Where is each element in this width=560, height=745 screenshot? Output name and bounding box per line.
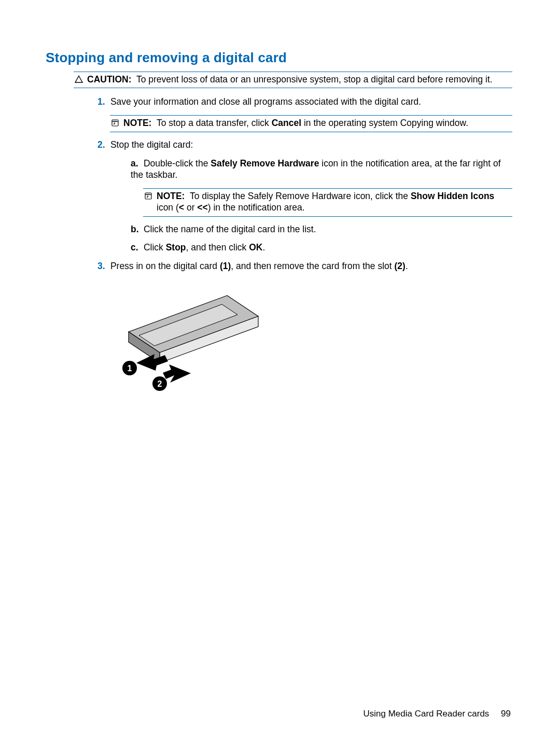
caution-body: CAUTION: To prevent loss of data or an u…: [87, 74, 512, 86]
note-body: NOTE: To display the Safely Remove Hardw…: [157, 191, 512, 214]
note-body: NOTE: To stop a data transfer, click Can…: [123, 118, 468, 129]
note-icon: [143, 191, 153, 200]
caution-label: CAUTION:: [87, 74, 132, 85]
substep-b: b. Click the name of the digital card in…: [131, 224, 512, 235]
substeps-list: a. Double-click the Safely Remove Hardwa…: [131, 158, 512, 254]
caution-callout: CAUTION: To prevent loss of data or an u…: [74, 72, 512, 89]
svg-marker-0: [75, 76, 82, 82]
svg-text:2: 2: [158, 379, 162, 388]
section-heading: Stopping and removing a digital card: [46, 49, 512, 66]
substep-a: a. Double-click the Safely Remove Hardwa…: [131, 158, 512, 217]
page-footer: Using Media Card Reader cards 99: [363, 708, 511, 719]
note-callout-step-1: NOTE: To stop a data transfer, click Can…: [110, 115, 512, 132]
card-removal-illustration: 1 2: [108, 283, 512, 402]
step-2-text: Stop the digital card:: [110, 139, 193, 150]
svg-marker-9: [136, 354, 168, 371]
note-callout-substep-a: NOTE: To display the Safely Remove Hardw…: [143, 188, 512, 217]
step-number: 3.: [97, 261, 108, 272]
substep-c: c. Click Stop, and then click OK.: [131, 242, 512, 254]
step-1-text: Save your information and close all prog…: [110, 96, 421, 107]
svg-marker-12: [163, 364, 191, 383]
steps-list: 1. Save your information and close all p…: [97, 96, 512, 272]
step-1: 1. Save your information and close all p…: [97, 96, 512, 132]
caution-icon: [74, 74, 84, 83]
manual-page: Stopping and removing a digital card CAU…: [0, 0, 560, 745]
step-number: 2.: [97, 139, 108, 151]
svg-text:1: 1: [128, 364, 132, 373]
caution-text: To prevent loss of data or an unresponsi…: [136, 74, 493, 85]
step-2: 2. Stop the digital card: a. Double-clic…: [97, 139, 512, 254]
footer-section-title: Using Media Card Reader cards: [363, 709, 489, 719]
note-label: NOTE:: [123, 118, 151, 128]
note-icon: [110, 118, 120, 127]
step-number: 1.: [97, 96, 108, 108]
step-3: 3. Press in on the digital card (1), and…: [97, 261, 512, 272]
page-number: 99: [501, 709, 511, 719]
